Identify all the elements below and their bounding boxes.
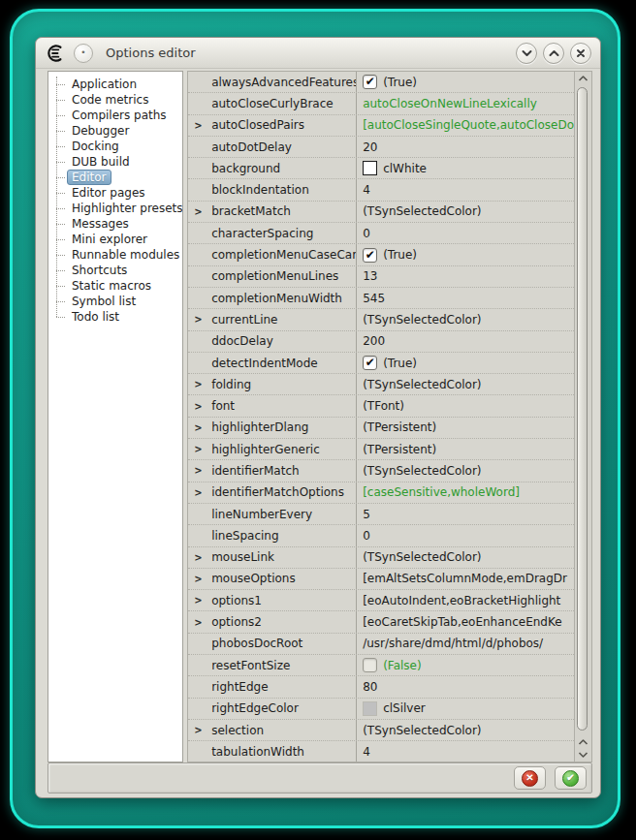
property-value[interactable]: [eoCaretSkipTab,eoEnhanceEndKe: [357, 611, 574, 632]
property-row[interactable]: > bracketMatch (TSynSelectedColor): [188, 202, 574, 223]
checkbox[interactable]: ✔: [363, 248, 377, 263]
property-value[interactable]: [autoCloseSingleQuote,autoCloseDo: [357, 115, 574, 136]
property-value[interactable]: (TPersistent): [357, 439, 574, 459]
property-value[interactable]: [emAltSetsColumnMode,emDragDr: [357, 569, 574, 589]
sidebar-item[interactable]: Todo list: [56, 309, 182, 325]
expand-arrow-icon[interactable]: >: [188, 574, 211, 584]
property-value[interactable]: 13: [357, 266, 574, 287]
property-value[interactable]: (TSynSelectedColor): [357, 202, 574, 222]
expand-arrow-icon[interactable]: >: [188, 379, 211, 389]
sidebar-item[interactable]: DUB build: [56, 154, 182, 170]
sidebar-item[interactable]: Static macros: [56, 278, 182, 294]
expand-arrow-icon[interactable]: >: [188, 120, 211, 131]
expand-arrow-icon[interactable]: >: [188, 314, 211, 325]
sidebar-item[interactable]: Mini explorer: [56, 232, 182, 247]
property-value[interactable]: /usr/share/dmd/html/d/phobos/: [357, 634, 574, 654]
sidebar-item[interactable]: Symbol list: [56, 294, 182, 309]
property-value[interactable]: 0: [357, 223, 574, 243]
expand-arrow-icon[interactable]: >: [188, 487, 211, 498]
sidebar-item[interactable]: Code metrics: [56, 92, 182, 108]
property-row[interactable]: > mouseOptions [emAltSetsColumnMode,emDr…: [188, 569, 574, 590]
property-value[interactable]: (TSynSelectedColor): [357, 374, 574, 394]
property-row[interactable]: rightEdge 80: [188, 676, 574, 698]
expand-arrow-icon[interactable]: >: [188, 725, 211, 735]
scroll-up-bottom-icon[interactable]: [575, 738, 591, 746]
property-row[interactable]: blockIndentation 4: [188, 179, 574, 201]
sidebar-item[interactable]: Messages: [56, 216, 182, 232]
property-value[interactable]: clSilver: [357, 699, 574, 719]
property-row[interactable]: completionMenuLines 13: [188, 266, 574, 288]
property-value[interactable]: [caseSensitive,wholeWord]: [357, 482, 574, 503]
property-row[interactable]: > highlighterGeneric (TPersistent): [188, 439, 574, 460]
property-value[interactable]: (False): [357, 655, 574, 675]
property-row[interactable]: lineSpacing 0: [188, 525, 574, 546]
minimize-button[interactable]: [516, 43, 537, 64]
property-row[interactable]: detectIndentMode ✔ (True): [188, 353, 574, 374]
vertical-scrollbar[interactable]: [574, 72, 591, 762]
property-row[interactable]: rightEdgeColor clSilver: [188, 699, 574, 720]
property-row[interactable]: lineNumberEvery 5: [188, 504, 574, 525]
sidebar-item[interactable]: Shortcuts: [56, 263, 182, 278]
property-value[interactable]: (TSynSelectedColor): [357, 460, 574, 481]
property-value[interactable]: (TSynSelectedColor): [357, 720, 574, 740]
property-value[interactable]: 545: [357, 288, 574, 308]
property-value[interactable]: ✔ (True): [357, 244, 574, 264]
property-value[interactable]: (TSynSelectedColor): [357, 309, 574, 329]
property-row[interactable]: resetFontSize (False): [188, 655, 574, 676]
property-row[interactable]: alwaysAdvancedFeatures ✔ (True): [188, 72, 574, 93]
property-value[interactable]: 0: [357, 525, 574, 545]
scroll-up-icon[interactable]: [575, 75, 591, 82]
property-value[interactable]: 4: [357, 741, 574, 762]
property-value[interactable]: 80: [357, 676, 574, 697]
property-value[interactable]: 4: [357, 179, 574, 200]
expand-arrow-icon[interactable]: >: [188, 206, 211, 217]
expand-arrow-icon[interactable]: >: [188, 465, 211, 476]
property-row[interactable]: > identifierMatchOptions [caseSensitive,…: [188, 482, 574, 504]
property-value[interactable]: clWhite: [357, 158, 574, 178]
property-row[interactable]: characterSpacing 0: [188, 223, 574, 244]
property-value[interactable]: ✔ (True): [357, 72, 574, 92]
property-value[interactable]: 20: [357, 137, 574, 157]
sidebar-item[interactable]: Highlighter presets: [56, 201, 182, 216]
sidebar-item[interactable]: Debugger: [56, 123, 182, 139]
property-row[interactable]: > options2 [eoCaretSkipTab,eoEnhanceEndK…: [188, 611, 574, 633]
property-row[interactable]: tabulationWidth 4: [188, 741, 574, 762]
expand-arrow-icon[interactable]: >: [188, 422, 211, 433]
property-row[interactable]: autoCloseCurlyBrace autoCloseOnNewLineLe…: [188, 93, 574, 114]
sidebar-item[interactable]: Application: [56, 77, 182, 92]
property-value[interactable]: 200: [357, 331, 574, 352]
sidebar-item[interactable]: Editor: [56, 170, 182, 185]
expand-arrow-icon[interactable]: >: [188, 617, 211, 628]
property-value[interactable]: (TSynSelectedColor): [357, 547, 574, 568]
expand-arrow-icon[interactable]: >: [188, 595, 211, 606]
checkbox[interactable]: ✔: [363, 75, 377, 89]
property-row[interactable]: > font (TFont): [188, 395, 574, 417]
checkbox[interactable]: [363, 658, 377, 672]
titlebar[interactable]: • Options editor: [36, 38, 600, 69]
color-swatch[interactable]: [363, 161, 377, 175]
property-value[interactable]: autoCloseOnNewLineLexically: [357, 93, 574, 113]
property-value[interactable]: (TPersistent): [357, 418, 574, 438]
sidebar-item[interactable]: Runnable modules: [56, 247, 182, 263]
property-row[interactable]: > mouseLink (TSynSelectedColor): [188, 547, 574, 569]
sidebar-item[interactable]: Compilers paths: [56, 108, 182, 123]
expand-arrow-icon[interactable]: >: [188, 552, 211, 563]
property-value[interactable]: (TFont): [357, 395, 574, 416]
sidebar-item[interactable]: Editor pages: [56, 185, 182, 201]
expand-arrow-icon[interactable]: >: [188, 401, 211, 412]
property-value[interactable]: [eoAutoIndent,eoBracketHighlight: [357, 590, 574, 610]
property-row[interactable]: > options1 [eoAutoIndent,eoBracketHighli…: [188, 590, 574, 611]
close-button[interactable]: [570, 43, 591, 64]
color-swatch[interactable]: [363, 701, 377, 716]
scroll-down-icon[interactable]: [575, 751, 591, 759]
property-value[interactable]: 5: [357, 504, 574, 524]
property-row[interactable]: > selection (TSynSelectedColor): [188, 720, 574, 741]
property-row[interactable]: > folding (TSynSelectedColor): [188, 374, 574, 395]
property-row[interactable]: phobosDocRoot /usr/share/dmd/html/d/phob…: [188, 634, 574, 655]
checkbox[interactable]: ✔: [363, 356, 377, 370]
scrollbar-thumb[interactable]: [577, 87, 588, 731]
property-row[interactable]: > autoClosedPairs [autoCloseSingleQuote,…: [188, 115, 574, 137]
expand-arrow-icon[interactable]: >: [188, 444, 211, 454]
property-row[interactable]: autoDotDelay 20: [188, 137, 574, 158]
window-menu-button[interactable]: •: [74, 44, 93, 63]
